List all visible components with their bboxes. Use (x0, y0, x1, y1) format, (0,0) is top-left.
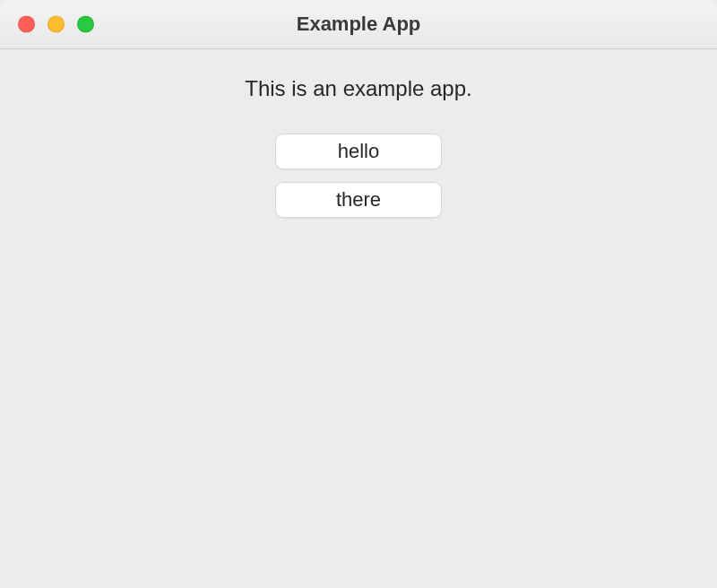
titlebar: Example App (0, 0, 717, 49)
hello-button[interactable]: hello (275, 134, 442, 169)
app-window: Example App This is an example app. hell… (0, 0, 717, 588)
button-stack: hello there (275, 134, 442, 218)
description-label: This is an example app. (245, 76, 471, 101)
close-icon[interactable] (18, 16, 35, 33)
window-title: Example App (297, 13, 421, 36)
there-button[interactable]: there (275, 182, 442, 218)
zoom-icon[interactable] (77, 16, 94, 33)
minimize-icon[interactable] (48, 16, 65, 33)
content-area: This is an example app. hello there (0, 49, 717, 588)
traffic-lights (18, 16, 94, 33)
